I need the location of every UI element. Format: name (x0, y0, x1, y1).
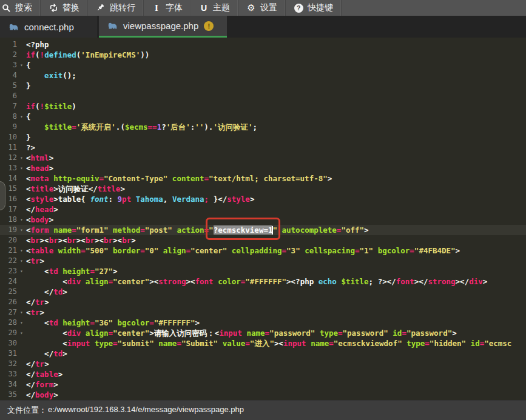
code-line[interactable]: 27▾<tr> (0, 307, 526, 318)
code-line[interactable]: 25 </td> (0, 287, 526, 297)
token: > (456, 246, 460, 255)
fold-arrow-icon[interactable]: ▾ (17, 245, 26, 256)
token (315, 328, 320, 338)
code-line[interactable]: 7if(!$title) (0, 101, 526, 112)
code-line[interactable]: 11?> (0, 142, 526, 153)
menu-item-font[interactable]: I字体 (144, 0, 191, 16)
token: = (90, 267, 95, 276)
menu-item-goto-line[interactable]: 跳转行 (88, 0, 144, 16)
token: td (49, 318, 58, 327)
code-area[interactable]: 1<?php2if(!defined('InEmpireCMS'))3▾{4 e… (0, 38, 526, 400)
menu-item-settings[interactable]: ⚙设置 (238, 0, 286, 16)
code-line[interactable]: 29▾ <div align="center">请输入访问密码：<input n… (0, 328, 526, 338)
token: , (163, 195, 172, 204)
code-line[interactable]: 35</body> (0, 390, 526, 400)
fold-gutter (17, 348, 26, 359)
fold-gutter (17, 70, 26, 81)
token (109, 246, 113, 255)
token: border (113, 246, 140, 255)
line-number: 31 (0, 348, 17, 359)
code-line[interactable]: 34</form> (0, 379, 526, 390)
code-line[interactable]: 6 (0, 91, 526, 101)
code-line[interactable]: 26</tr> (0, 297, 526, 307)
menu-item-shortcuts[interactable]: ?快捷键 (286, 0, 342, 16)
fold-arrow-icon[interactable]: ▾ (17, 153, 26, 163)
code-line[interactable]: 12▾<html> (0, 153, 526, 163)
token: height (62, 318, 90, 327)
token: method (113, 225, 140, 235)
fold-arrow-icon[interactable]: ▾ (17, 112, 26, 122)
code-text: <div align="center">请输入访问密码：<input name=… (26, 328, 457, 338)
token: > (49, 153, 54, 162)
tab-connect[interactable]: connect.php (0, 16, 97, 38)
token: "Content-Type" (104, 174, 167, 183)
token: autocomplete (282, 225, 337, 235)
token: "text/html; charset=utf-8" (209, 174, 328, 183)
code-text: <br><br><br><br><br><br> (26, 235, 136, 245)
token: pt (122, 195, 131, 204)
menu-item-label: 设置 (260, 2, 277, 13)
token: content (172, 174, 204, 183)
menu-item-replace[interactable]: 替换 (41, 0, 88, 16)
code-line[interactable]: 5} (0, 81, 526, 91)
code-line[interactable]: 21▾<table width="500" border="0" align="… (0, 245, 526, 256)
token: = (99, 174, 104, 183)
token: < (26, 215, 31, 224)
token (158, 246, 163, 255)
code-line[interactable]: 28▾ <td height="36" bgcolor="#FFFFFF"> (0, 318, 526, 328)
token: br (67, 236, 76, 245)
theme-icon: U (199, 3, 209, 13)
code-line[interactable]: 15<title>访问验证</title> (0, 184, 526, 194)
code-line[interactable]: 31 </td> (0, 348, 526, 359)
code-line[interactable]: 30 <input type="submit" name="Submit" va… (0, 338, 526, 348)
fold-arrow-icon[interactable]: ▾ (17, 318, 26, 328)
code-line[interactable]: 17</head> (0, 204, 526, 215)
token: strong (158, 277, 186, 286)
token: "hidden" (430, 339, 466, 348)
code-line[interactable]: 9 $title='系统开启'.($ecms==1?'后台':'').'访问验证… (0, 122, 526, 132)
edge-handle[interactable] (0, 181, 5, 210)
code-line[interactable]: 33</table> (0, 369, 526, 379)
code-line[interactable]: 14<meta http-equiv="Content-Type" conten… (0, 173, 526, 184)
token: $ecms (125, 122, 148, 132)
fold-arrow-icon[interactable]: ▾ (17, 307, 26, 318)
code-line[interactable]: 13▾<head> (0, 163, 526, 173)
code-line[interactable]: 20<br><br><br><br><br><br> (0, 235, 526, 245)
token: "password" (343, 328, 388, 338)
fold-arrow-icon[interactable]: ▾ (17, 163, 26, 173)
token: > (113, 267, 118, 276)
code-line[interactable]: 18▾<body> (0, 215, 526, 225)
code-text: <table width="500" border="0" align="cen… (26, 245, 460, 256)
code-text: </body> (26, 390, 58, 400)
menu-item-theme[interactable]: U主题 (191, 0, 238, 16)
code-line[interactable]: 3▾{ (0, 60, 526, 70)
fold-arrow-icon[interactable]: ▾ (17, 328, 26, 338)
fold-arrow-icon[interactable]: ▾ (17, 215, 26, 225)
code-line[interactable]: 22▾<tr> (0, 256, 526, 266)
code-line[interactable]: 16<style>table{ font: 9pt Tahoma, Verdan… (0, 194, 526, 204)
fold-arrow-icon[interactable]: ▾ (17, 225, 26, 235)
code-line[interactable]: 32</tr> (0, 359, 526, 369)
code-line[interactable]: 4 exit(); (0, 70, 526, 81)
code-line[interactable]: 2if(!defined('InEmpireCMS')) (0, 50, 526, 60)
fold-gutter (17, 204, 26, 215)
line-number: 24 (0, 276, 17, 287)
fold-arrow-icon[interactable]: ▾ (17, 256, 26, 266)
token: ; (204, 195, 209, 204)
menu-item-label: 跳转行 (110, 2, 135, 13)
code-line[interactable]: 8▾{ (0, 112, 526, 122)
menu-item-search[interactable]: 搜索 (0, 0, 41, 16)
tab-label: viewpasspage.php (123, 21, 198, 31)
token (26, 122, 44, 132)
code-line[interactable]: 23▾ <td height="27"> (0, 266, 526, 276)
code-line[interactable]: 19▾<form name="form1" method="post" acti… (0, 225, 526, 235)
tab-viewpasspage[interactable]: viewpasspage.php! (99, 16, 227, 38)
token: tr (31, 308, 40, 317)
fold-arrow-icon[interactable]: ▾ (17, 60, 26, 70)
code-line[interactable]: 24 <div align="center"><strong><font col… (0, 276, 526, 287)
code-line[interactable]: 10} (0, 132, 526, 142)
selected-text: ?ecmsckview=1 (214, 225, 273, 235)
fold-arrow-icon[interactable]: ▾ (17, 266, 26, 276)
code-line[interactable]: 1<?php (0, 39, 526, 50)
file-location-label: 文件位置： (7, 405, 47, 416)
